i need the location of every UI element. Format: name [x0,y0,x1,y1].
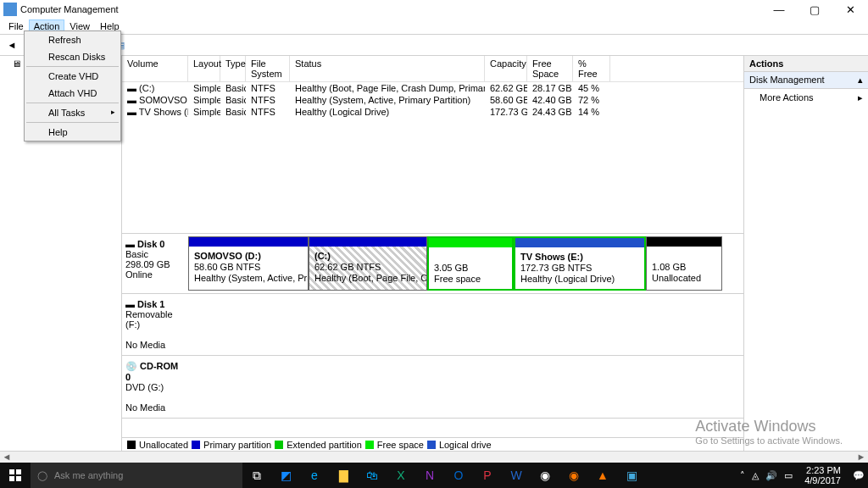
tray-battery-icon[interactable]: ▭ [784,470,793,481]
vlc-icon[interactable]: ▲ [588,463,617,488]
volume-list: Volume Layout Type File System Status Ca… [122,56,743,234]
col-fs[interactable]: File System [246,56,290,81]
cdrom-0-info[interactable]: 💿 CD-ROM 0DVD (G:)No Media [122,356,188,418]
toolbar-back[interactable]: ◄ [3,36,20,53]
svg-rect-3 [16,476,21,481]
col-type[interactable]: Type [220,56,246,81]
menu-item-rescan[interactable]: Rescan Disks [25,48,120,65]
legend-unalloc-icon [127,441,136,449]
col-status[interactable]: Status [290,56,485,81]
task-view-icon[interactable]: ⧉ [242,463,271,488]
disk-map: ▬ Disk 0 Basic 298.09 GB Online SOMOVSO … [122,234,743,437]
action-dropdown: Refresh Rescan Disks Create VHD Attach V… [24,30,121,141]
toolbar: ◄ ► ✕ ⟳ ▦ ▤ [0,35,868,56]
volume-row[interactable]: ▬ SOMOVSO (D:) SimpleBasic NTFSHealthy (… [122,94,743,106]
taskbar-app[interactable]: ◩ [271,463,300,488]
svg-rect-1 [16,469,21,474]
search-box[interactable]: ◯ Ask me anything [31,463,242,488]
menu-item-all-tasks[interactable]: All Tasks [25,104,120,121]
powerpoint-icon[interactable]: P [473,463,502,488]
col-capacity[interactable]: Capacity [485,56,527,81]
start-button[interactable] [0,463,31,488]
title-bar: Computer Management [0,0,868,19]
word-icon[interactable]: W [502,463,531,488]
legend-extended-icon [275,441,283,449]
tray-expand-icon[interactable]: ˄ [740,470,745,481]
partition-d[interactable]: SOMOVSO (D:)58.60 GB NTFSHealthy (System… [188,236,309,291]
menu-item-create-vhd[interactable]: Create VHD [25,68,120,85]
explorer-icon[interactable]: ▇ [329,463,358,488]
partition-e[interactable]: TV Shows (E:)172.73 GB NTFSHealthy (Logi… [514,236,646,291]
close-button[interactable]: ✕ [832,0,868,19]
svg-rect-2 [9,476,14,481]
outlook-icon[interactable]: O [444,463,473,488]
actions-section[interactable]: Disk Management▴ [744,72,868,89]
menu-item-refresh[interactable]: Refresh [25,31,120,48]
col-pct[interactable]: % Free [573,56,610,81]
tray-notifications-icon[interactable]: 💬 [853,470,865,481]
actions-header: Actions [744,56,868,72]
legend-primary-icon [192,441,200,449]
actions-pane: Actions Disk Management▴ More Actions▸ [744,56,868,451]
svg-rect-0 [9,469,14,474]
onenote-icon[interactable]: N [415,463,444,488]
volume-row[interactable]: ▬ TV Shows (E:) SimpleBasic NTFSHealthy … [122,106,743,118]
edge-icon[interactable]: e [300,463,329,488]
firefox-icon[interactable]: ◉ [559,463,588,488]
legend-logical-icon [427,441,436,449]
partition-unallocated[interactable]: 1.08 GBUnallocated [646,236,722,291]
menu-bar: File Action View Help [0,19,868,35]
partition-freespace[interactable]: 3.05 GBFree space [427,236,514,291]
taskbar-mmc-icon[interactable]: ▣ [617,463,646,488]
chevron-right-icon: ▸ [858,92,863,103]
legend-free-icon [365,441,374,449]
col-layout[interactable]: Layout [188,56,220,81]
excel-icon[interactable]: X [387,463,415,488]
tray-clock[interactable]: 2:23 PM4/9/2017 [799,465,846,485]
maximize-button[interactable]: ▢ [797,0,832,19]
window-title: Computer Management [20,4,119,14]
disk-1-info[interactable]: ▬ Disk 1Removable (F:)No Media [122,294,188,355]
tray-volume-icon[interactable]: 🔊 [765,470,777,481]
col-volume[interactable]: Volume [122,56,188,81]
app-icon [3,3,17,16]
legend: Unallocated Primary partition Extended p… [122,437,743,451]
chrome-icon[interactable]: ◉ [531,463,559,488]
store-icon[interactable]: 🛍 [358,463,387,488]
menu-item-help[interactable]: Help [25,124,120,141]
collapse-icon: ▴ [858,75,863,86]
taskbar: ◯ Ask me anything ⧉ ◩ e ▇ 🛍 X N O P W ◉ … [0,463,868,488]
volume-row[interactable]: ▬ (C:) SimpleBasic NTFSHealthy (Boot, Pa… [122,82,743,94]
disk-0-info[interactable]: ▬ Disk 0 Basic 298.09 GB Online [122,234,188,293]
actions-more[interactable]: More Actions▸ [744,89,868,107]
cortana-icon: ◯ [37,470,47,481]
tray-network-icon[interactable]: ◬ [752,470,759,481]
minimize-button[interactable]: — [761,0,797,19]
menu-item-attach-vhd[interactable]: Attach VHD [25,85,120,102]
col-free[interactable]: Free Space [527,56,573,81]
partition-c[interactable]: (C:)62.62 GB NTFSHealthy (Boot, Page Fil… [309,236,427,291]
